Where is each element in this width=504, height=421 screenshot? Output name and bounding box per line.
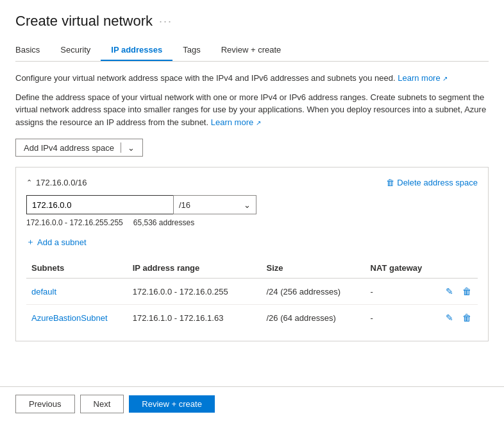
review-create-button[interactable]: Review + create (129, 395, 215, 413)
button-divider (121, 142, 121, 153)
edit-default-subnet-button[interactable]: ✎ (444, 285, 455, 298)
delete-bastion-subnet-button[interactable]: 🗑 (461, 311, 473, 324)
edit-bastion-subnet-button[interactable]: ✎ (444, 311, 455, 324)
tab-review-create[interactable]: Review + create (211, 40, 292, 61)
subnet-size-default: /24 (256 addresses) (261, 279, 365, 305)
tab-basics[interactable]: Basics (15, 40, 50, 61)
address-space-cidr: 172.16.0.0/16 (36, 178, 87, 187)
address-space-title: ⌃ 172.16.0.0/16 (26, 178, 87, 187)
tab-security[interactable]: Security (50, 40, 101, 61)
learn-more-link-2[interactable]: Learn more ↗ (211, 117, 261, 127)
delete-default-subnet-button[interactable]: 🗑 (461, 285, 473, 298)
dropdown-chevron-icon: ⌄ (244, 200, 251, 210)
trash-icon: 🗑 (386, 178, 394, 187)
subnet-nat-bastion: - (365, 305, 439, 331)
address-range: 172.16.0.0 - 172.16.255.255 (26, 218, 123, 227)
subnets-table: Subnets IP address range Size NAT gatewa… (26, 258, 478, 331)
delete-label: Delete address space (397, 178, 478, 187)
previous-button[interactable]: Previous (15, 395, 75, 413)
delete-address-space-button[interactable]: 🗑 Delete address space (386, 178, 478, 187)
add-subnet-button[interactable]: ＋ Add a subnet (26, 236, 87, 248)
prefix-value: /16 (179, 200, 190, 210)
col-header-subnets: Subnets (26, 258, 128, 279)
tab-tags[interactable]: Tags (172, 40, 210, 61)
description-1: Configure your virtual network address s… (15, 72, 489, 85)
subnet-range-default: 172.16.0.0 - 172.16.0.255 (128, 279, 262, 305)
col-header-nat: NAT gateway (365, 258, 439, 279)
chevron-down-icon: ⌄ (128, 143, 135, 153)
subnet-size-bastion: /26 (64 addresses) (261, 305, 365, 331)
description-2: Define the address space of your virtual… (15, 91, 489, 129)
table-row: default 172.16.0.0 - 172.16.0.255 /24 (2… (26, 279, 478, 305)
add-space-label: Add IPv4 address space (24, 143, 114, 153)
address-space-container: ⌃ 172.16.0.0/16 🗑 Delete address space /… (15, 167, 489, 341)
page-title-dots: ··· (159, 15, 172, 28)
learn-more-link-1[interactable]: Learn more ↗ (398, 73, 448, 83)
footer: Previous Next Review + create (0, 386, 504, 421)
table-row: AzureBastionSubnet 172.16.1.0 - 172.16.1… (26, 305, 478, 331)
next-button[interactable]: Next (80, 395, 124, 413)
page-title: Create virtual network (15, 13, 153, 30)
chevron-up-icon: ⌃ (26, 178, 32, 187)
address-count: 65,536 addresses (133, 218, 194, 227)
plus-icon: ＋ (26, 236, 35, 248)
subnet-link-bastion[interactable]: AzureBastionSubnet (31, 313, 108, 323)
col-header-size: Size (261, 258, 365, 279)
prefix-select[interactable]: /16 ⌄ (173, 195, 256, 214)
subnet-nat-default: - (365, 279, 439, 305)
subnet-range-bastion: 172.16.1.0 - 172.16.1.63 (128, 305, 262, 331)
tab-ip-addresses[interactable]: IP addresses (101, 40, 172, 61)
ip-address-input[interactable] (26, 195, 174, 214)
col-header-actions (439, 258, 478, 279)
col-header-range: IP address range (128, 258, 262, 279)
subnet-link-default[interactable]: default (31, 287, 56, 296)
tab-nav: Basics Security IP addresses Tags Review… (15, 40, 489, 62)
add-ipv4-address-space-button[interactable]: Add IPv4 address space ⌄ (15, 139, 143, 157)
add-subnet-label: Add a subnet (37, 237, 87, 247)
